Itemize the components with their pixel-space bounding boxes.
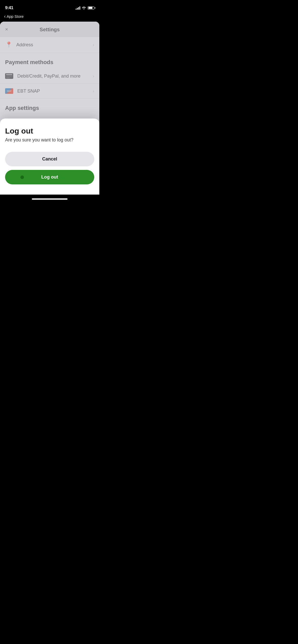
address-chevron-icon: ›	[93, 42, 94, 48]
address-row[interactable]: 📍 Address ›	[0, 37, 99, 53]
back-nav-label: App Store	[7, 14, 24, 19]
ebt-snap-label: EBT SNAP	[17, 89, 40, 94]
status-bar: 9:41	[0, 0, 99, 13]
battery-icon	[88, 6, 94, 10]
app-settings-header: App settings	[0, 99, 99, 114]
home-indicator	[0, 195, 99, 203]
ebt-snap-chevron-icon: ›	[93, 89, 94, 94]
ebt-icon: SNAP	[5, 88, 13, 94]
logout-button-label: Log out	[41, 174, 58, 180]
signal-bars-icon	[76, 6, 80, 10]
debit-credit-row-left: Debit/Credit, PayPal, and more	[5, 73, 80, 79]
logout-modal-subtitle: Are you sure you want to log out?	[5, 137, 94, 143]
home-bar	[32, 198, 67, 200]
settings-title: Settings	[40, 27, 60, 33]
back-chevron-icon: ‹	[4, 14, 6, 19]
address-row-left: 📍 Address	[5, 41, 33, 48]
settings-sheet: × Settings 📍 Address › Payment methods	[0, 22, 99, 195]
debit-credit-row[interactable]: Debit/Credit, PayPal, and more ›	[0, 69, 99, 84]
logout-modal: Log out Are you sure you want to log out…	[0, 119, 99, 195]
wifi-icon	[82, 6, 86, 10]
back-nav[interactable]: ‹ App Store	[0, 13, 99, 22]
status-time: 9:41	[5, 5, 13, 10]
logout-button[interactable]: Log out	[5, 170, 94, 184]
ebt-snap-row[interactable]: SNAP EBT SNAP ›	[0, 84, 99, 99]
logout-btn-dot	[20, 175, 24, 179]
pin-icon: 📍	[5, 41, 12, 48]
payment-methods-header: Payment methods	[0, 53, 99, 69]
card-icon	[5, 73, 13, 79]
back-nav-content: ‹ App Store	[4, 14, 24, 19]
address-label: Address	[16, 42, 33, 48]
ebt-snap-row-left: SNAP EBT SNAP	[5, 88, 40, 94]
cancel-button[interactable]: Cancel	[5, 152, 94, 166]
debit-credit-label: Debit/Credit, PayPal, and more	[17, 74, 80, 79]
logout-modal-title: Log out	[5, 127, 94, 135]
close-button[interactable]: ×	[5, 26, 8, 32]
settings-header: × Settings	[0, 22, 99, 37]
status-icons	[76, 6, 94, 10]
debit-credit-chevron-icon: ›	[93, 74, 94, 79]
